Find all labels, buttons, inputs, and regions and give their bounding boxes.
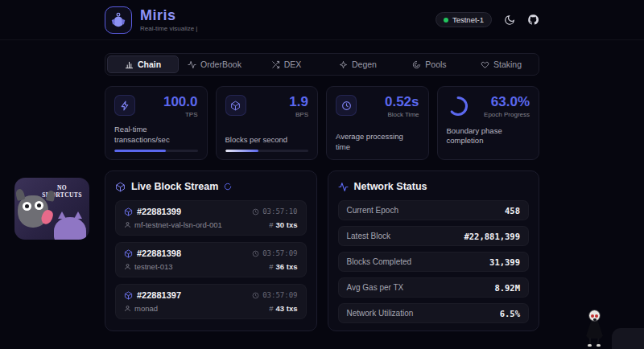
clock-icon [252, 250, 259, 257]
shuffle-icon [271, 60, 280, 69]
no-shortcuts-sticker: NO SHORTCUTS [14, 178, 89, 240]
cube-icon [115, 182, 126, 192]
bps-value: 1.9 [289, 95, 308, 109]
cube-icon [124, 207, 133, 216]
block-validator: mf-testnet-val-lsn-ord-001 [134, 220, 222, 229]
epoch-desc: Boundary phase completion [447, 126, 511, 146]
app-title: Miris [140, 8, 197, 23]
tab-degen-label: Degen [352, 60, 377, 69]
mascot-head [588, 310, 601, 322]
stat-card-bps: 1.9 BPS Blocks per second [216, 86, 319, 160]
network-badge-label: Testnet-1 [452, 15, 484, 24]
status-dot [444, 18, 448, 23]
person-icon [124, 305, 131, 312]
status-value: #22,881,399 [464, 232, 520, 241]
block-txs: 36 txs [276, 262, 298, 271]
status-label: Current Epoch [347, 206, 398, 215]
status-row-avg-gas: Avg Gas per TX 8.92M [338, 277, 530, 298]
tab-dex-label: DEX [284, 60, 302, 69]
status-label: Latest Block [347, 232, 390, 240]
bps-progress-track [225, 150, 309, 152]
tab-staking[interactable]: Staking [465, 55, 537, 73]
tps-progress-track [114, 150, 198, 152]
activity-icon [338, 182, 349, 192]
clock-icon [252, 292, 259, 299]
stat-card-epoch: 63.0% Epoch Progress Boundary phase comp… [437, 86, 540, 160]
person-icon [124, 263, 131, 270]
status-row-utilization: Network Utilization 6.5% [338, 303, 530, 323]
mascot-body [586, 321, 603, 339]
tab-chain[interactable]: Chain [107, 55, 179, 73]
cat-character [54, 217, 86, 240]
block-number: #22881398 [137, 248, 181, 258]
tab-pools[interactable]: Pools [394, 55, 465, 73]
cube-icon [124, 291, 133, 300]
tab-degen[interactable]: Degen [322, 55, 394, 73]
bps-desc: Blocks per second [225, 135, 309, 145]
status-value: 6.5% [500, 309, 520, 318]
app-logo[interactable] [105, 6, 132, 34]
tps-unit: TPS [163, 111, 198, 118]
stats-row: 100.0 TPS Real-time transactions/sec 1.9 [105, 86, 539, 160]
block-number: #22881399 [137, 207, 181, 216]
block-txs: 30 txs [276, 220, 298, 229]
block-validator: monad [134, 304, 158, 313]
block-time: 03:57:09 [262, 291, 297, 299]
tps-value: 100.0 [163, 95, 198, 109]
corner-widget[interactable] [612, 328, 644, 349]
tab-chain-label: Chain [138, 60, 161, 69]
network-badge[interactable]: Testnet-1 [436, 12, 492, 27]
tab-pools-label: Pools [425, 60, 446, 69]
clock-icon [252, 208, 259, 216]
epoch-value: 63.0% [484, 95, 530, 109]
blocktime-desc: Average processing time [336, 132, 419, 152]
github-icon [527, 14, 539, 26]
clock-icon [336, 95, 357, 116]
block-time: 03:57:10 [262, 207, 297, 216]
network-status-title: Network Status [354, 181, 427, 192]
live-block-stream-panel: Live Block Stream #22881399 03:57:10 [105, 170, 317, 331]
tps-desc: Real-time transactions/sec [114, 125, 198, 145]
status-label: Avg Gas per TX [347, 283, 404, 292]
status-value: 8.92M [494, 283, 520, 293]
status-label: Network Utilization [347, 309, 414, 318]
github-button[interactable] [527, 14, 539, 26]
theme-toggle-button[interactable] [504, 14, 515, 26]
epoch-unit: Epoch Progress [484, 111, 530, 118]
main-tabbar: Chain OrderBook DEX Degen [105, 53, 539, 76]
app-subtitle: Real-time visualize | [140, 25, 197, 32]
moon-icon [504, 14, 515, 26]
tab-dex[interactable]: DEX [250, 55, 322, 73]
person-icon [124, 221, 131, 228]
app-window: Miris Real-time visualize | Testnet-1 [0, 0, 644, 349]
blocktime-unit: Block Time [385, 111, 419, 118]
top-header: Miris Real-time visualize | Testnet-1 [0, 0, 644, 40]
heart-icon [481, 60, 489, 69]
stat-card-blocktime: 0.52s Block Time Average processing time [326, 86, 429, 160]
block-list-item[interactable]: #22881399 03:57:10 mf-testnet-val-lsn-or… [115, 200, 307, 236]
stat-card-tps: 100.0 TPS Real-time transactions/sec [105, 86, 208, 160]
status-row-blocks-completed: Blocks Completed 31,399 [338, 252, 530, 272]
block-validator: testnet-013 [134, 262, 173, 271]
status-row-current-epoch: Current Epoch 458 [338, 200, 530, 220]
tab-staking-label: Staking [493, 60, 522, 69]
tab-orderbook-label: OrderBook [200, 60, 242, 69]
dog-ear [14, 188, 25, 201]
status-row-latest-block: Latest Block #22,881,399 [338, 226, 530, 246]
activity-icon [188, 60, 196, 69]
mascot-figure [581, 310, 607, 347]
creature-logo-icon [109, 11, 127, 29]
network-status-panel: Network Status Current Epoch 458 Latest … [328, 170, 540, 331]
block-number: #22881397 [137, 290, 181, 300]
block-list-item[interactable]: #22881397 03:57:09 monad #43 txs [115, 284, 307, 319]
tps-progress-fill [114, 150, 166, 152]
swirl-icon [412, 60, 421, 69]
block-txs: 43 txs [276, 304, 298, 313]
block-list-item[interactable]: #22881398 03:57:09 testnet-013 #36 txs [115, 242, 307, 277]
block-time: 03:57:09 [262, 249, 297, 257]
status-value: 458 [505, 206, 520, 216]
epoch-progress-ring [447, 95, 469, 117]
bps-unit: BPS [289, 111, 308, 118]
tab-orderbook[interactable]: OrderBook [179, 55, 250, 73]
sparkle-icon [339, 60, 348, 69]
